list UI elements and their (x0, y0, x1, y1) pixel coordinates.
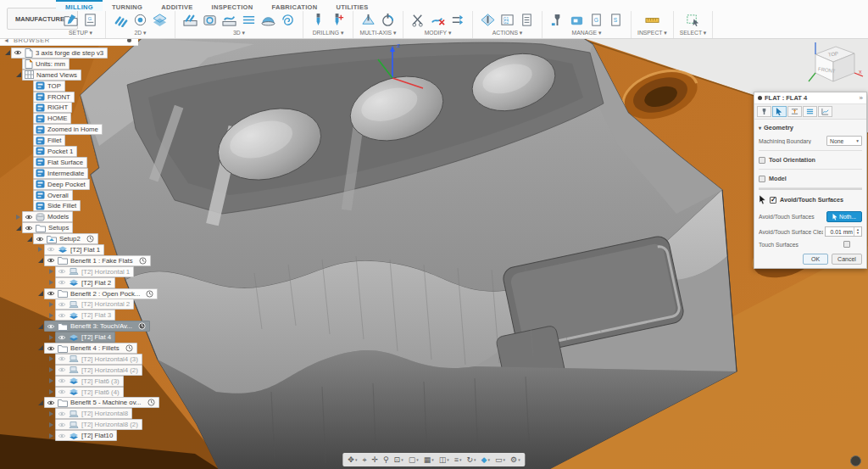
collapsed-arrow-icon[interactable] (47, 367, 55, 372)
trim-icon[interactable] (409, 12, 427, 28)
post-library-icon[interactable]: G (587, 12, 605, 28)
expanded-arrow-icon[interactable] (14, 226, 22, 231)
toolpath-steps-icon[interactable]: ≡▾ (454, 453, 462, 466)
visibility-eye-icon[interactable] (58, 422, 66, 428)
rotary-icon[interactable] (379, 12, 397, 28)
spinner-control[interactable]: ▲▼ (854, 227, 861, 236)
group-label-multi-axis[interactable]: MULTI-AXIS ▾ (360, 29, 397, 37)
tree-item-row[interactable]: [T2] Horizontal 1 (0, 266, 220, 277)
dialog-titlebar[interactable]: FLAT : FLAT 4 » (754, 92, 866, 104)
view-cube[interactable]: TOP FRONT X (805, 39, 865, 95)
tab-inspection[interactable]: INSPECTION (203, 0, 263, 11)
visibility-eye-icon[interactable] (47, 399, 55, 406)
collapsed-arrow-icon[interactable] (36, 247, 44, 252)
collapsed-arrow-icon[interactable] (47, 356, 55, 361)
cancel-button[interactable]: Cancel (832, 254, 862, 265)
tree-item-row[interactable]: [T2] Horizontal4 (2) (0, 365, 220, 376)
tab-additive[interactable]: ADDITIVE (152, 0, 202, 11)
tool-orientation-checkbox[interactable] (759, 157, 765, 164)
tree-item-row[interactable]: [T2] Flat 3 (0, 310, 220, 321)
measure-icon[interactable] (643, 12, 661, 28)
tree-item-row[interactable]: Pocket 1 (0, 146, 220, 157)
collapsed-arrow-icon[interactable] (47, 433, 55, 438)
tree-item-row[interactable]: Intermediate (0, 168, 220, 179)
tree-item-row[interactable]: [T2] Horizontal4 (3) (0, 354, 220, 365)
expanded-arrow-icon[interactable] (36, 258, 44, 263)
collapsed-arrow-icon[interactable] (47, 411, 55, 416)
tree-item-row[interactable]: [T2] Flat10 (0, 430, 220, 441)
tree-item-row[interactable]: [T2] Horizontal8 (2) (0, 419, 220, 430)
delete-toolpath-icon[interactable] (429, 12, 447, 28)
orbit-icon[interactable]: ✥▾ (348, 453, 357, 466)
tree-item-row[interactable]: [T2] Flat 2 (0, 277, 220, 288)
move-toolpath-icon[interactable] (448, 12, 466, 28)
options-icon[interactable]: ⚙▾ (510, 453, 520, 466)
pocket2d-icon[interactable] (131, 12, 149, 28)
tree-item-row[interactable]: HOME (0, 113, 220, 124)
visibility-eye-icon[interactable] (47, 323, 55, 330)
dialog-tab-linking[interactable] (818, 106, 832, 117)
tool-library-icon[interactable] (548, 12, 566, 28)
tree-item-row[interactable]: Side Fillet (0, 200, 220, 211)
screen-capture-icon[interactable]: ▭▾ (495, 453, 505, 466)
tap-icon[interactable] (329, 12, 347, 28)
display-settings-icon[interactable]: ▢▾ (409, 453, 419, 466)
collapsed-arrow-icon[interactable] (47, 269, 55, 274)
visibility-eye-icon[interactable] (47, 290, 55, 297)
pocket3d-icon[interactable] (201, 12, 219, 28)
tab-fabrication[interactable]: FABRICATION (262, 0, 326, 11)
tree-folder-row[interactable]: Benefit 3: Touch/Av... (0, 321, 220, 332)
avoid-touch-section-header[interactable]: Avoid/Touch Surfaces (759, 188, 862, 207)
adaptive2d-icon[interactable] (112, 12, 130, 28)
visibility-eye-icon[interactable] (58, 334, 66, 341)
group-label-inspect[interactable]: INSPECT ▾ (637, 29, 667, 37)
group-label-manage[interactable]: MANAGE ▾ (572, 29, 602, 37)
collapsed-arrow-icon[interactable] (47, 313, 55, 318)
effects-icon[interactable]: ◆▾ (481, 453, 490, 466)
group-label-3d[interactable]: 3D ▾ (233, 29, 245, 37)
visibility-eye-icon[interactable] (58, 301, 66, 308)
tree-item-row[interactable]: [T2] Horizontal8 (0, 408, 220, 419)
setup-sheet-doc-icon[interactable] (518, 12, 536, 28)
group-label-drilling[interactable]: DRILLING ▾ (313, 29, 344, 37)
model-checkbox[interactable] (759, 176, 765, 182)
expand-dialog-icon[interactable]: » (860, 94, 863, 102)
tree-item-row[interactable]: RIGHT (0, 102, 220, 113)
spiral-icon[interactable] (279, 12, 297, 28)
tree-folder-row[interactable]: Benefit 5 - Machine ov... (0, 398, 220, 409)
collapsed-arrow-icon[interactable] (14, 215, 22, 220)
avoid-touch-surfaces-select-button[interactable]: Noth... (826, 211, 862, 222)
visibility-eye-icon[interactable] (58, 366, 66, 373)
model-group[interactable]: Model (759, 169, 862, 188)
zoom-icon[interactable]: ⚲ (383, 453, 389, 466)
face-icon[interactable] (151, 12, 169, 28)
visibility-eye-icon[interactable] (58, 312, 66, 319)
dialog-tab-geometry[interactable] (772, 106, 787, 117)
regenerate-icon[interactable]: ↻▾ (467, 453, 476, 466)
dialog-tab-tool[interactable] (757, 106, 771, 117)
machining-boundary-select[interactable]: None ▾ (826, 136, 862, 146)
visibility-eye-icon[interactable] (58, 279, 66, 286)
group-label-select[interactable]: SELECT ▾ (680, 29, 707, 37)
tree-item-row[interactable]: Fillet (0, 135, 220, 146)
tool-orientation-group[interactable]: Tool Orientation (759, 150, 862, 169)
tree-item-row[interactable]: Models (0, 211, 220, 222)
expanded-arrow-icon[interactable] (36, 400, 44, 405)
expanded-arrow-icon[interactable] (3, 50, 11, 55)
avoid-touch-clearance-input[interactable]: 0.01 mm ▲▼ (825, 226, 862, 237)
expanded-arrow-icon[interactable] (36, 291, 44, 296)
tree-item-row[interactable]: Zoomed in Home (0, 124, 220, 135)
swarf-icon[interactable] (359, 12, 377, 28)
geometry-section-header[interactable]: ▾ Geometry (759, 124, 862, 131)
tree-item-row[interactable]: FRONT (0, 92, 220, 103)
tree-folder-row[interactable]: Benefit 1 : Fake Flats (0, 255, 220, 266)
tree-folder-row[interactable]: Setup2 (0, 233, 220, 244)
pan-icon[interactable]: ✛ (371, 453, 378, 466)
parallel-icon[interactable] (240, 12, 258, 28)
visibility-eye-icon[interactable] (58, 433, 66, 439)
tree-item-row[interactable]: Named Views (0, 70, 220, 81)
expanded-arrow-icon[interactable] (14, 72, 22, 77)
setup-sheet-icon[interactable]: G (81, 12, 99, 28)
simulate-icon[interactable] (479, 12, 497, 28)
tree-item-row[interactable]: TOP (0, 81, 220, 92)
